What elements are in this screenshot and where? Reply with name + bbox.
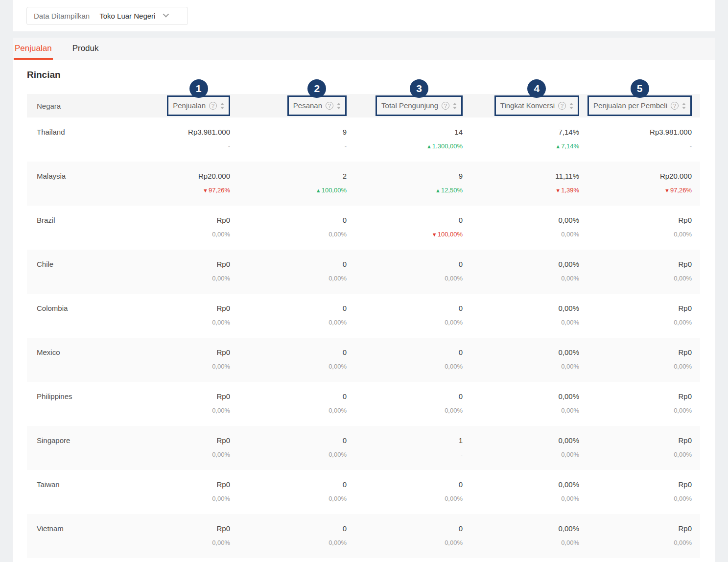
metric-value: Rp0 — [579, 436, 692, 445]
column-header-total-pengunjung: 3Total Pengunjung? — [347, 94, 463, 117]
metric-cell: Rp00,00% — [579, 250, 700, 294]
metric-cell: Rp00,00% — [579, 294, 700, 338]
metric-cell: 00,00% — [230, 470, 347, 514]
sortable-header-box[interactable]: 3Total Pengunjung? — [376, 95, 463, 116]
table-row: VietnamRp00,00%00,00%00,00%0,00%0,00%Rp0… — [27, 514, 700, 558]
metric-cell: Rp20.000▼97,26% — [579, 162, 700, 206]
country-name: Taiwan — [37, 480, 149, 489]
metric-cell: 11,11%▼1,39% — [463, 162, 579, 206]
metric-change: 0,00% — [149, 231, 230, 238]
sort-icon[interactable] — [682, 103, 686, 109]
metric-change: 0,00% — [463, 275, 579, 282]
metric-cell: Rp00,00% — [149, 470, 230, 514]
metric-value: Rp0 — [579, 260, 692, 268]
metric-cell: Rp00,00% — [579, 206, 700, 250]
metric-value: Rp0 — [149, 348, 230, 356]
trend-up-icon: ▲ — [555, 143, 561, 149]
main-panel: Penjualan Produk Rincian Negara 1Penjual… — [13, 38, 715, 562]
metric-cell: Rp00,00% — [149, 294, 230, 338]
sortable-header-box[interactable]: 2Pesanan? — [287, 95, 347, 116]
metric-change: ▲7,14% — [463, 142, 579, 150]
metric-cell: 9▲12,50% — [347, 162, 463, 206]
sort-icon[interactable] — [453, 103, 457, 109]
metric-value: 0,00% — [463, 524, 579, 533]
metric-cell: Rp00,00% — [579, 514, 700, 558]
table-row: MalaysiaRp20.000▼97,26%2▲100,00%9▲12,50%… — [27, 162, 700, 206]
metric-change: ▲1.300,00% — [347, 142, 463, 150]
sortable-header-box[interactable]: 5Penjualan per Pembeli? — [587, 95, 692, 116]
metric-value: 0 — [347, 348, 463, 356]
country-cell: Singapore — [27, 426, 149, 470]
metric-change: 0,00% — [149, 319, 230, 326]
step-number-badge: 4 — [527, 79, 546, 98]
metric-cell: 0,00%0,00% — [463, 470, 579, 514]
metric-cell: Rp00,00% — [149, 338, 230, 382]
metric-change: - — [579, 142, 692, 150]
metric-change: ▲12,50% — [347, 187, 463, 194]
help-icon[interactable]: ? — [442, 102, 449, 110]
metric-change: 0,00% — [149, 275, 230, 282]
page-title: Rincian — [27, 70, 701, 80]
metric-value: 0,00% — [463, 304, 579, 312]
tab-bar: Penjualan Produk — [13, 38, 715, 60]
metric-change: 0,00% — [463, 495, 579, 502]
sort-icon[interactable] — [569, 103, 573, 109]
column-header-pesanan: 2Pesanan? — [230, 94, 347, 117]
metric-change: - — [230, 142, 347, 150]
country-name: Singapore — [37, 436, 149, 445]
trend-down-icon: ▼ — [555, 187, 561, 193]
help-icon[interactable]: ? — [326, 102, 333, 110]
metric-value: Rp0 — [579, 392, 692, 400]
table-body: ThailandRp3.981.000-9-14▲1.300,00%7,14%▲… — [27, 117, 700, 558]
data-displayed-dropdown[interactable]: Data Ditampilkan Toko Luar Negeri — [26, 7, 188, 25]
metric-change: 0,00% — [463, 363, 579, 370]
column-header-penjualan: 1Penjualan? — [149, 94, 230, 117]
column-header-label: Penjualan per Pembeli — [593, 101, 667, 111]
dropdown-label: Data Ditampilkan — [34, 12, 90, 20]
section-divider — [0, 31, 728, 38]
metric-cell: 00,00% — [347, 470, 463, 514]
metric-value: Rp0 — [149, 260, 230, 268]
metric-change: 0,00% — [230, 539, 347, 546]
metric-cell: Rp00,00% — [149, 206, 230, 250]
metric-change: ▼97,26% — [149, 187, 230, 194]
country-cell: Malaysia — [27, 162, 149, 206]
metric-value: 9 — [230, 128, 347, 136]
dropdown-selected-value: Toko Luar Negeri — [99, 12, 155, 20]
metric-change: 0,00% — [347, 319, 463, 326]
metric-cell: 00,00% — [230, 514, 347, 558]
help-icon[interactable]: ? — [209, 102, 217, 110]
metric-change: 0,00% — [463, 407, 579, 414]
table-row: ThailandRp3.981.000-9-14▲1.300,00%7,14%▲… — [27, 117, 700, 162]
metric-value: Rp20.000 — [149, 172, 230, 180]
metric-cell: 00,00% — [347, 514, 463, 558]
country-cell: Colombia — [27, 294, 149, 338]
help-icon[interactable]: ? — [558, 102, 566, 110]
metric-cell: Rp00,00% — [579, 426, 700, 470]
metric-change: 0,00% — [149, 495, 230, 502]
metric-change: ▲100,00% — [230, 187, 347, 194]
tab-produk[interactable]: Produk — [71, 38, 100, 60]
metric-value: 0 — [347, 216, 463, 224]
metric-value: Rp0 — [579, 348, 692, 356]
country-name: Thailand — [37, 128, 149, 136]
metric-change: 0,00% — [463, 319, 579, 326]
metric-change: 0,00% — [579, 451, 692, 458]
metric-cell: 00,00% — [230, 426, 347, 470]
metric-cell: 00,00% — [230, 206, 347, 250]
metric-value: 0 — [230, 480, 347, 489]
metric-value: Rp0 — [149, 480, 230, 489]
metric-cell: 9- — [230, 117, 347, 162]
column-header-tingkat-konversi: 4Tingkat Konversi? — [463, 94, 579, 117]
metric-value: 0,00% — [463, 348, 579, 356]
sortable-header-box[interactable]: 4Tingkat Konversi? — [494, 95, 579, 116]
sortable-header-box[interactable]: 1Penjualan? — [167, 95, 230, 116]
tab-penjualan[interactable]: Penjualan — [14, 38, 53, 60]
details-section: Rincian Negara 1Penjualan?2Pesanan?3Tota… — [13, 70, 715, 558]
sort-icon[interactable] — [337, 103, 341, 109]
help-icon[interactable]: ? — [671, 102, 679, 110]
metric-value: 0 — [347, 392, 463, 400]
sort-icon[interactable] — [220, 103, 224, 109]
metric-value: 11,11% — [463, 172, 579, 180]
metric-change: 0,00% — [347, 275, 463, 282]
